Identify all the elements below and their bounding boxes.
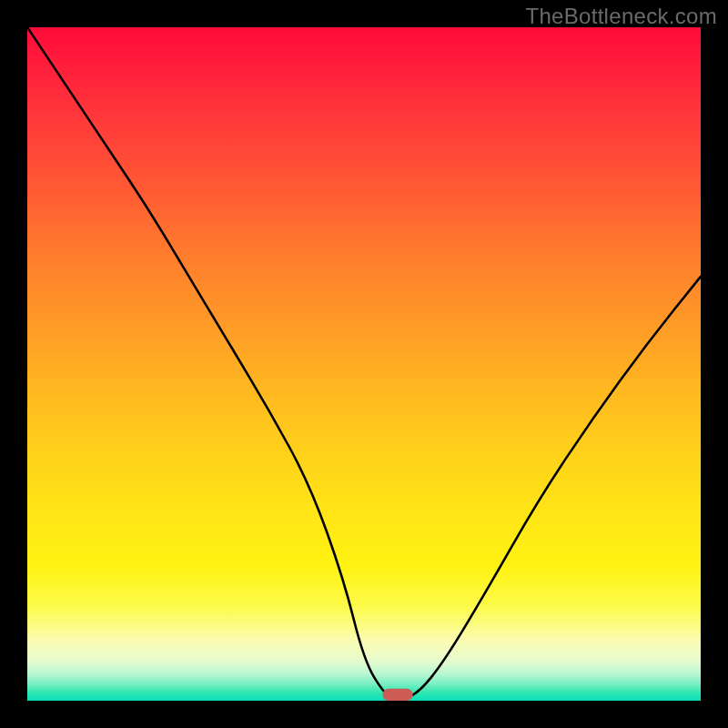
bottleneck-curve — [27, 27, 701, 701]
plot-area — [27, 27, 701, 701]
watermark-text: TheBottleneck.com — [525, 4, 717, 29]
chart-frame: TheBottleneck.com — [0, 0, 728, 728]
curve-path — [27, 27, 701, 699]
optimum-marker — [382, 689, 412, 701]
